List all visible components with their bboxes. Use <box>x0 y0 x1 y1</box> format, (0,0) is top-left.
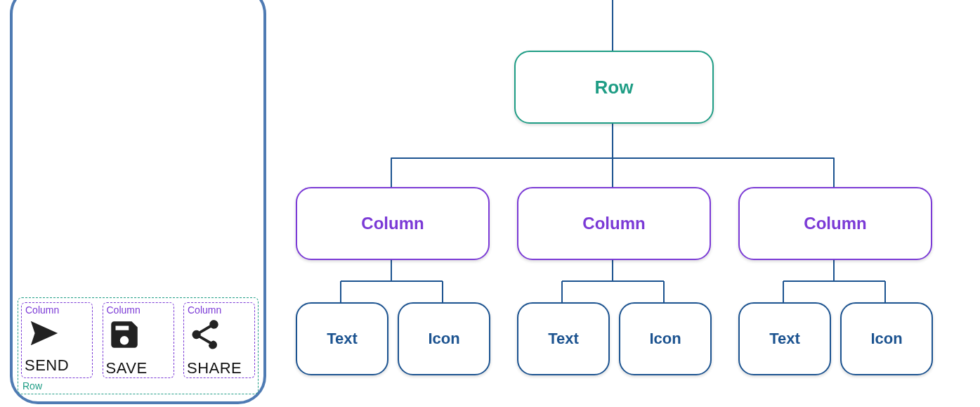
tree-node-text-1: Text <box>296 302 388 375</box>
tree-node-icon-2: Icon <box>619 302 712 375</box>
row-label: Row <box>22 380 42 392</box>
phone-frame: Row Column SEND Column SAVE Column SHARE <box>10 0 266 404</box>
save-icon <box>106 317 143 355</box>
tree-node-column-3: Column <box>738 187 932 260</box>
column-send[interactable]: Column SEND <box>21 302 93 378</box>
row-container: Row Column SEND Column SAVE Column SHARE <box>18 297 259 394</box>
tree-node-icon-1: Icon <box>398 302 490 375</box>
column-label: Column <box>188 304 221 316</box>
column-share[interactable]: Column SHARE <box>183 302 255 378</box>
tree-node-text-2: Text <box>517 302 610 375</box>
share-icon <box>187 317 223 355</box>
tree-node-row: Row <box>514 51 714 124</box>
column-label: Column <box>107 304 141 316</box>
send-caption: SEND <box>25 356 69 375</box>
tree-node-text-3: Text <box>738 302 831 375</box>
tree-node-column-2: Column <box>517 187 711 260</box>
tree-node-icon-3: Icon <box>840 302 933 375</box>
send-icon <box>25 317 64 352</box>
save-caption: SAVE <box>106 359 148 377</box>
column-label: Column <box>25 304 59 316</box>
column-save[interactable]: Column SAVE <box>103 302 174 378</box>
widget-tree: Row Column Column Column Text Icon Text … <box>285 0 973 407</box>
share-caption: SHARE <box>187 359 242 377</box>
tree-node-column-1: Column <box>296 187 490 260</box>
